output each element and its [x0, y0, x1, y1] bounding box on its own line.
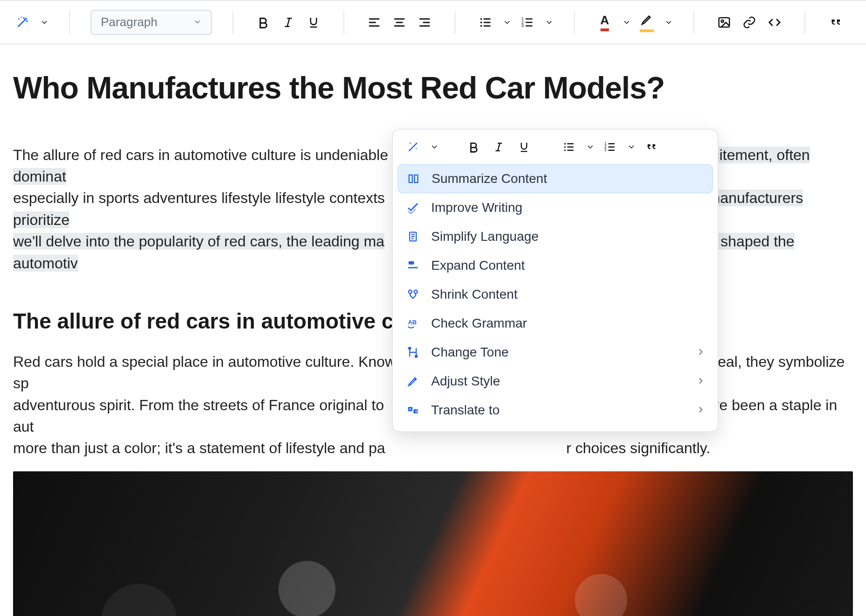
context-popup: 123 Summarize ContentImprove WritingSimp… — [392, 129, 719, 432]
ai-wand-dropdown[interactable] — [40, 18, 49, 27]
align-left-button[interactable] — [365, 10, 384, 35]
ai-menu-item[interactable]: Simplify Language — [398, 222, 713, 251]
menu-item-label: Check Grammar — [431, 316, 527, 331]
chevron-down-icon — [193, 15, 202, 29]
italic-button[interactable] — [489, 137, 509, 157]
ai-menu-item[interactable]: Improve Writing — [398, 193, 713, 222]
underline-button[interactable] — [304, 10, 323, 35]
bold-button[interactable] — [464, 137, 483, 157]
menu-item-icon — [405, 172, 421, 185]
numbered-list-dropdown[interactable] — [545, 18, 553, 27]
svg-rect-19 — [409, 261, 414, 265]
toolbar-separator — [804, 11, 805, 34]
page-title: Who Manufactures the Most Red Car Models… — [13, 66, 853, 111]
svg-point-20 — [409, 290, 412, 294]
svg-point-4 — [480, 25, 482, 27]
toolbar-separator — [574, 11, 575, 34]
text-color-dropdown[interactable] — [622, 18, 631, 27]
menu-item-label: Simplify Language — [431, 229, 538, 244]
menu-item-icon — [405, 201, 421, 214]
menu-item-label: Translate to — [431, 403, 500, 418]
numbered-list-dropdown[interactable] — [627, 143, 636, 151]
chevron-right-icon — [696, 403, 705, 418]
ai-menu-item[interactable]: Adjust Style — [398, 367, 713, 396]
svg-point-11 — [416, 148, 417, 149]
ai-menu-item[interactable]: Summarize Content — [398, 164, 713, 193]
ai-menu-item[interactable]: Expand Content — [398, 251, 713, 280]
toolbar-separator — [232, 11, 233, 34]
ai-wand-button[interactable] — [13, 10, 32, 35]
menu-item-label: Expand Content — [431, 258, 525, 273]
ai-menu: Summarize ContentImprove WritingSimplify… — [393, 161, 718, 431]
menu-item-icon — [405, 288, 421, 301]
menu-item-icon — [405, 346, 421, 359]
svg-point-2 — [480, 18, 482, 20]
svg-text:3: 3 — [522, 23, 524, 28]
svg-text:文: 文 — [415, 410, 418, 413]
svg-text:AB: AB — [408, 319, 417, 326]
svg-point-3 — [480, 21, 482, 23]
svg-point-21 — [414, 290, 417, 294]
svg-point-12 — [564, 143, 566, 144]
highlight-color-button[interactable] — [637, 10, 656, 35]
toolbar-separator — [343, 11, 344, 34]
toolbar-separator — [693, 11, 694, 34]
bullet-list-button[interactable] — [559, 137, 579, 157]
svg-text:3: 3 — [604, 148, 607, 152]
bold-button[interactable] — [254, 10, 272, 35]
insert-image-button[interactable] — [715, 10, 733, 35]
insert-link-button[interactable] — [740, 10, 759, 35]
numbered-list-button[interactable]: 123 — [600, 137, 620, 157]
numbered-list-button[interactable]: 123 — [518, 10, 537, 35]
ai-menu-item[interactable]: Change Tone — [398, 338, 713, 367]
menu-item-icon — [405, 375, 421, 388]
svg-point-13 — [564, 146, 566, 147]
menu-item-label: Shrink Content — [431, 287, 517, 302]
align-right-button[interactable] — [415, 10, 434, 35]
menu-item-label: Change Tone — [431, 345, 509, 360]
ai-menu-item[interactable]: A文Translate to — [398, 396, 713, 425]
chevron-right-icon — [696, 374, 705, 389]
ai-wand-button[interactable] — [403, 137, 423, 157]
toolbar-separator — [69, 11, 70, 34]
menu-item-label: Adjust Style — [431, 374, 500, 389]
blockquote-button[interactable] — [641, 137, 661, 157]
align-center-button[interactable] — [390, 10, 409, 35]
ai-wand-dropdown[interactable] — [430, 143, 439, 151]
paragraph-style-label: Paragraph — [101, 15, 157, 29]
underline-button[interactable] — [514, 137, 534, 157]
menu-item-label: Improve Writing — [431, 200, 523, 215]
toolbar-separator — [454, 11, 455, 34]
paragraph-style-dropdown[interactable]: Paragraph — [91, 10, 212, 35]
svg-text:A: A — [409, 407, 412, 411]
italic-button[interactable] — [279, 10, 298, 35]
bullet-list-dropdown[interactable] — [503, 18, 511, 27]
menu-item-icon — [405, 259, 421, 272]
menu-item-icon: AB — [405, 317, 421, 330]
code-block-button[interactable] — [765, 10, 784, 35]
svg-point-9 — [721, 20, 724, 22]
svg-rect-8 — [719, 18, 730, 27]
svg-point-1 — [21, 16, 22, 18]
ai-menu-item[interactable]: Shrink Content — [398, 280, 713, 309]
svg-point-0 — [18, 18, 20, 20]
svg-point-10 — [410, 142, 411, 144]
highlight-color-dropdown[interactable] — [664, 18, 673, 27]
chevron-right-icon — [696, 345, 705, 360]
bullet-list-button[interactable] — [476, 10, 495, 35]
bullet-list-dropdown[interactable] — [586, 143, 594, 151]
text-color-button[interactable]: A — [595, 10, 614, 35]
ai-menu-item[interactable]: ABCheck Grammar — [398, 309, 713, 338]
svg-point-14 — [564, 149, 566, 151]
menu-item-icon: A文 — [405, 404, 421, 417]
menu-item-label: Summarize Content — [432, 171, 547, 186]
blockquote-button[interactable] — [826, 10, 845, 35]
car-photo — [13, 471, 853, 616]
context-toolbar: 123 — [393, 130, 718, 161]
main-toolbar: Paragraph 123 A — [0, 0, 866, 44]
menu-item-icon — [405, 230, 421, 243]
